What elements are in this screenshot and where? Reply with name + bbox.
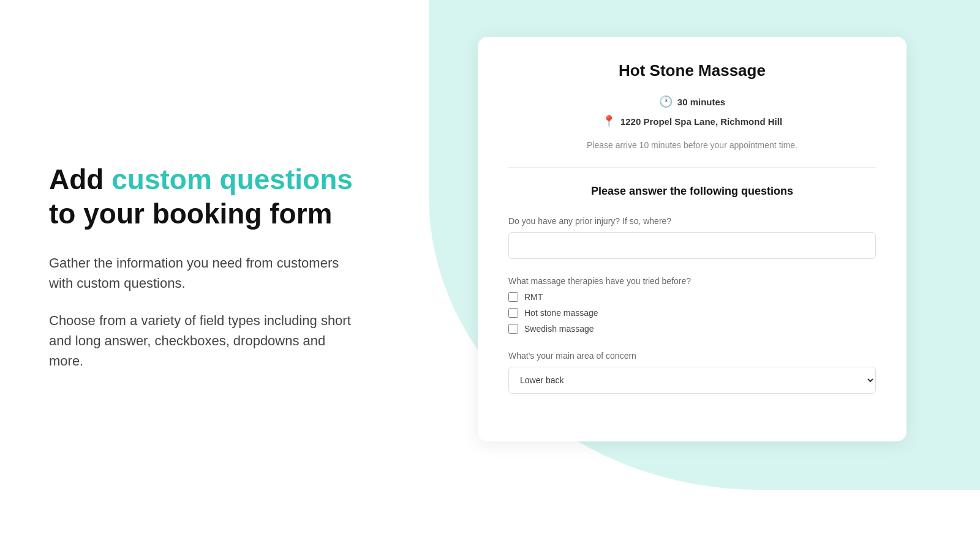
location-text: 1220 Propel Spa Lane, Richmond Hill: [620, 116, 782, 127]
checkbox-rmt-input[interactable]: [508, 292, 518, 302]
question-3-group: What's your main area of concern Lower b…: [508, 351, 876, 394]
heading-plain: Add: [49, 163, 111, 195]
right-panel: Hot Stone Massage 🕐 30 minutes 📍 1220 Pr…: [404, 0, 980, 551]
meta-duration: 🕐 30 minutes: [659, 95, 725, 108]
checkbox-group: RMT Hot stone massage Swedish massage: [508, 292, 876, 334]
card-note: Please arrive 10 minutes before your app…: [508, 140, 876, 168]
question-1-label: Do you have any prior injury? If so, whe…: [508, 216, 876, 226]
heading-accent: custom questions: [111, 163, 353, 195]
card-title: Hot Stone Massage: [508, 61, 876, 80]
hero-body-1: Gather the information you need from cus…: [49, 253, 355, 293]
hero-heading: Add custom questions to your booking for…: [49, 163, 355, 230]
checkbox-rmt[interactable]: RMT: [508, 292, 876, 302]
question-3-select[interactable]: Lower back Upper back Neck Shoulders Leg…: [508, 367, 876, 394]
checkbox-rmt-label: RMT: [524, 292, 543, 302]
card-meta: 🕐 30 minutes 📍 1220 Propel Spa Lane, Ric…: [508, 95, 876, 128]
question-1-group: Do you have any prior injury? If so, whe…: [508, 216, 876, 259]
hero-body-2: Choose from a variety of field types inc…: [49, 310, 355, 371]
meta-location: 📍 1220 Propel Spa Lane, Richmond Hill: [602, 114, 782, 128]
question-1-input[interactable]: [508, 232, 876, 259]
question-3-label: What's your main area of concern: [508, 351, 876, 361]
checkbox-hot-stone-label: Hot stone massage: [524, 308, 598, 318]
booking-card: Hot Stone Massage 🕐 30 minutes 📍 1220 Pr…: [478, 37, 907, 441]
duration-text: 30 minutes: [677, 97, 725, 107]
location-icon: 📍: [602, 114, 616, 128]
checkbox-swedish[interactable]: Swedish massage: [508, 324, 876, 334]
questions-heading: Please answer the following questions: [508, 185, 876, 198]
checkbox-hot-stone[interactable]: Hot stone massage: [508, 308, 876, 318]
question-2-group: What massage therapies have you tried be…: [508, 276, 876, 334]
checkbox-hot-stone-input[interactable]: [508, 308, 518, 318]
question-2-label: What massage therapies have you tried be…: [508, 276, 876, 286]
clock-icon: 🕐: [659, 95, 673, 108]
heading-end: to your booking form: [49, 198, 333, 230]
checkbox-swedish-label: Swedish massage: [524, 324, 594, 334]
left-panel: Add custom questions to your booking for…: [0, 0, 404, 551]
checkbox-swedish-input[interactable]: [508, 324, 518, 334]
